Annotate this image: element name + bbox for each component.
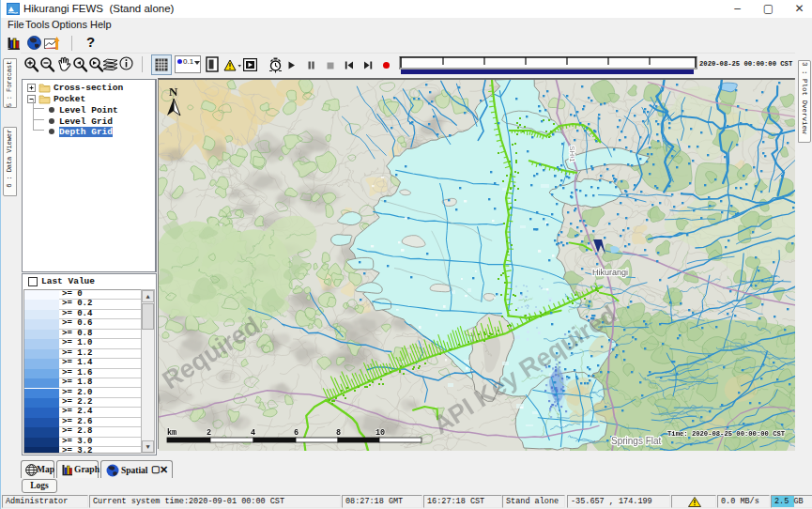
svg-text:8: 8	[336, 428, 341, 438]
svg-text:Springs Flat: Springs Flat	[611, 436, 662, 446]
svg-text:km: km	[167, 428, 176, 438]
svg-text:10: 10	[375, 428, 385, 438]
svg-text:Time: 2020-08-25 00:00:00 CST: Time: 2020-08-25 00:00:00 CST	[667, 430, 786, 438]
svg-text:6: 6	[294, 428, 299, 438]
svg-text:4: 4	[251, 428, 255, 438]
svg-text:SH 1: SH 1	[568, 146, 576, 162]
svg-text:N: N	[169, 85, 178, 99]
svg-text:2: 2	[207, 428, 211, 438]
svg-text:Hikurangi: Hikurangi	[592, 268, 628, 277]
